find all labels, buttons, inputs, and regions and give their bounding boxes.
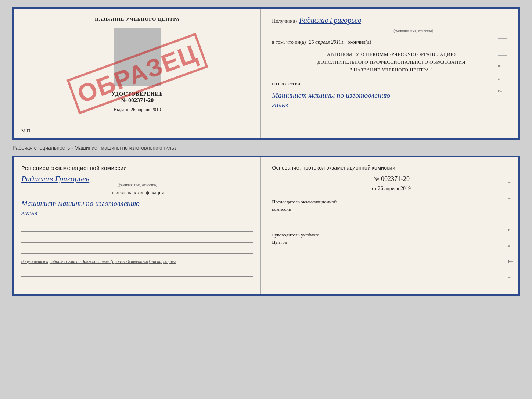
- rukovoditel-block: Руководитель учебного Центра: [272, 231, 511, 256]
- date-suffix: окончил(а): [348, 39, 371, 45]
- protocol-date: от 26 апреля 2019: [272, 186, 511, 192]
- predsedatel-line1: Председатель экзаменационной: [272, 198, 511, 206]
- cert-right-panel: Получил(а) Радислав Григорьев – (фамилия…: [261, 9, 518, 138]
- underline-2: [21, 235, 253, 243]
- separator-text: Рабочая специальность - Машинист машины …: [12, 143, 176, 152]
- marker-bottom-1: –: [508, 179, 513, 185]
- org-line1: АВТОНОМНУЮ НЕКОММЕРЧЕСКУЮ ОРГАНИЗАЦИЮ: [272, 51, 511, 58]
- decision-text: Решением экзаменационной комиссии: [21, 165, 253, 171]
- marker-3: [498, 55, 507, 56]
- bottom-certificate: Решением экзаменационной комиссии Радисл…: [12, 156, 520, 296]
- rukovoditel-signature: [272, 247, 338, 254]
- received-label: Получил(а): [272, 18, 297, 24]
- marker-bottom-4: –: [508, 274, 513, 280]
- certificate-number: № 002371-20: [111, 97, 163, 104]
- right-markers-bottom: – – – и а к– – – –: [508, 179, 513, 296]
- mp-label: М.П.: [21, 128, 31, 134]
- assigned-label: присвоена квалификация: [21, 190, 253, 196]
- document-container: НАЗВАНИЕ УЧЕБНОГО ЦЕНТРА УДОСТОВЕРЕНИЕ №…: [12, 7, 520, 296]
- fio-hint-top: (фамилия, имя, отчество): [316, 29, 511, 33]
- date-prefix: в том, что он(а): [272, 39, 306, 45]
- photo-box: [114, 28, 161, 86]
- protocol-date-prefix: от: [372, 186, 377, 191]
- marker-bottom-а: а: [508, 243, 513, 248]
- допускается-value: работе согласно должностным (производств…: [49, 259, 176, 264]
- org-line2: ДОПОЛНИТЕЛЬНОГО ПРОФЕССИОНАЛЬНОГО ОБРАЗО…: [272, 58, 511, 66]
- center-name-top: НАЗВАНИЕ УЧЕБНОГО ЦЕНТРА: [95, 16, 180, 22]
- person-name-top: Радислав Григорьев: [299, 16, 361, 25]
- marker-text-а: а: [498, 76, 507, 81]
- vydano-label: Выдано: [114, 107, 129, 112]
- predsedatel-line2: комиссии: [272, 206, 511, 213]
- top-certificate: НАЗВАНИЕ УЧЕБНОГО ЦЕНТРА УДОСТОВЕРЕНИЕ №…: [12, 7, 520, 140]
- допускается-prefix: допускается к: [21, 259, 48, 264]
- marker-bottom-5: –: [508, 290, 513, 296]
- cert-left-panel: НАЗВАНИЕ УЧЕБНОГО ЦЕНТРА УДОСТОВЕРЕНИЕ №…: [14, 9, 261, 138]
- bottom-underlines: [21, 224, 253, 254]
- org-block: АВТОНОМНУЮ НЕКОММЕРЧЕСКУЮ ОРГАНИЗАЦИЮ ДО…: [272, 51, 511, 74]
- marker-bottom-и: и: [508, 227, 513, 232]
- допускается-block: допускается к работе согласно должностны…: [21, 259, 253, 265]
- marker-1: [498, 38, 507, 39]
- protocol-date-value: 26 апреля 2019: [378, 186, 411, 191]
- marker-bottom-3: –: [508, 211, 513, 217]
- predsedatel-block: Председатель экзаменационной комиссии: [272, 198, 511, 223]
- marker-2: [498, 47, 507, 47]
- profession-label: по профессии: [272, 81, 511, 87]
- person-name-bottom-row: Радислав Григорьев (фамилия, имя, отчест…: [21, 174, 253, 187]
- bottom-left-panel: Решением экзаменационной комиссии Радисл…: [14, 157, 261, 294]
- org-line3: " НАЗВАНИЕ УЧЕБНОГО ЦЕНТРА ": [272, 66, 511, 74]
- marker-text-и: и: [498, 64, 507, 68]
- rukovoditel-line2: Центра: [272, 239, 511, 246]
- bottom-right-panel: Основание: протокол экзаменационной коми…: [261, 157, 518, 294]
- udostoverenie-label: УДОСТОВЕРЕНИЕ: [111, 91, 163, 97]
- received-row: Получил(а) Радислав Григорьев –: [272, 16, 511, 26]
- marker-text-к: к–: [498, 89, 507, 93]
- vydano-line: Выдано 26 апреля 2019: [114, 107, 161, 113]
- vydano-date: 26 апреля 2019: [130, 107, 161, 112]
- underline-4: [21, 269, 253, 277]
- rukovoditel-line1: Руководитель учебного: [272, 231, 511, 239]
- date-value: 26 апреля 2019г.: [309, 39, 344, 45]
- underline-3: [21, 246, 253, 254]
- udostoverenie-block: УДОСТОВЕРЕНИЕ № 002371-20: [111, 91, 163, 104]
- profession-value: Машинист машины по изготовлению гильз: [272, 90, 511, 110]
- predsedatel-signature: [272, 214, 338, 221]
- marker-bottom-2: –: [508, 195, 513, 201]
- person-name-bottom: Радислав Григорьев: [21, 174, 253, 184]
- underline-1: [21, 224, 253, 232]
- protocol-num: № 002371-20: [272, 175, 511, 183]
- marker-bottom-к: к–: [508, 259, 513, 264]
- osnovaniye-label: Основание: протокол экзаменационной коми…: [272, 165, 511, 171]
- right-side-markers: и а к–: [498, 38, 507, 93]
- qualification-value: Машинист машины по изготовлению гильз: [21, 199, 253, 218]
- date-line: в том, что он(а) 26 апреля 2019г. окончи…: [272, 39, 511, 45]
